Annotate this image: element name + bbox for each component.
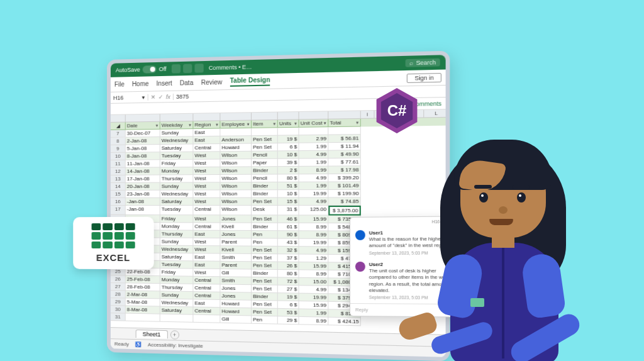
cell[interactable]: Saturday (160, 253, 194, 262)
cell[interactable]: Smith (220, 277, 252, 285)
cell[interactable]: 4.99 (299, 151, 329, 159)
cell[interactable]: $ 199.90 (328, 190, 361, 198)
row-number[interactable]: 15 (111, 191, 126, 198)
cell[interactable]: 37 $ (278, 254, 299, 262)
cell[interactable]: 2-Mar-08 (126, 291, 160, 299)
cell[interactable]: Saturday (160, 198, 194, 206)
cell[interactable]: $ 56.81 (328, 135, 361, 143)
cell[interactable]: Sunday (160, 238, 194, 245)
column-header[interactable] (278, 112, 299, 120)
cell[interactable]: Pen (252, 316, 278, 324)
cell[interactable]: 1.99 (299, 309, 329, 317)
cell[interactable]: 80 $ (278, 174, 299, 182)
sheet-tab[interactable]: Sheet1 (136, 330, 168, 338)
row-number[interactable]: 9 (111, 145, 126, 153)
filter-header[interactable]: Unit Cost▾ (299, 119, 329, 128)
cell[interactable]: 19 $ (278, 135, 299, 143)
cell[interactable]: Kivell (220, 246, 252, 254)
column-header[interactable] (299, 111, 329, 119)
cell[interactable]: 61 $ (278, 223, 299, 231)
cell[interactable]: 23-Jan-08 (126, 191, 160, 198)
cell[interactable]: 4.99 (299, 286, 329, 294)
tab-table-design[interactable]: Table Design (230, 76, 270, 87)
cell[interactable]: Wednesday (160, 246, 194, 254)
row-number[interactable]: 11 (111, 160, 126, 168)
cell[interactable]: 2-Jan-08 (126, 137, 160, 145)
cell[interactable]: Thursday (160, 230, 194, 238)
cell[interactable]: Jones (220, 292, 252, 301)
cell[interactable]: Pen Set (252, 285, 278, 293)
cell[interactable]: 26 $ (278, 262, 299, 270)
cell[interactable]: 19.99 (299, 294, 329, 302)
cell[interactable]: Sunday (160, 129, 194, 137)
cell[interactable]: West (193, 167, 220, 175)
cell[interactable]: East (193, 299, 220, 308)
cell[interactable]: $ 399.20 (328, 174, 361, 182)
cell[interactable]: Wilson (220, 206, 252, 215)
redo-icon[interactable] (194, 64, 203, 73)
cell[interactable]: East (193, 231, 220, 238)
tab-data[interactable]: Data (180, 79, 193, 87)
filter-header[interactable]: Units▾ (278, 119, 299, 128)
cell[interactable]: West (193, 269, 220, 277)
fx-icon[interactable]: fx (166, 93, 170, 99)
cell[interactable]: Wilson (220, 167, 252, 175)
cell[interactable]: Parent (220, 238, 252, 247)
cell[interactable]: Friday (160, 215, 194, 223)
cell[interactable]: 8.99 (299, 223, 329, 231)
cell[interactable] (328, 126, 361, 135)
cell[interactable]: West (193, 215, 220, 223)
cell[interactable]: 14-Jan-08 (126, 167, 160, 175)
cell[interactable]: 72 $ (278, 277, 299, 286)
cell[interactable]: Howard (220, 143, 252, 152)
tab-review[interactable]: Review (201, 79, 223, 86)
cell[interactable]: Central (193, 307, 220, 315)
row-number[interactable]: 29 (111, 298, 126, 306)
cell[interactable]: Paper (252, 159, 278, 167)
cell[interactable]: 1.29 (299, 255, 329, 263)
cell[interactable]: Thursday (160, 284, 194, 292)
cell[interactable]: 46 $ (278, 215, 299, 223)
cell[interactable]: 43 $ (278, 239, 299, 247)
cell[interactable]: 11-Jan-08 (126, 160, 160, 167)
cell[interactable]: Wednesday (160, 191, 194, 198)
cell[interactable]: West (193, 246, 220, 254)
cell[interactable]: Binder (252, 190, 278, 197)
filter-header[interactable]: Employee▾ (220, 121, 252, 129)
cell[interactable]: Wilson (220, 175, 252, 183)
row-number[interactable]: 12 (111, 168, 126, 175)
cell[interactable]: 10 $ (278, 190, 299, 197)
cell[interactable]: Howard (220, 308, 252, 316)
cell[interactable]: Pen Set (252, 262, 278, 270)
row-number[interactable]: 27 (111, 283, 126, 291)
cell[interactable]: Friday (160, 269, 194, 277)
cell[interactable]: West (193, 182, 220, 190)
search-box[interactable]: ⌕ Search (406, 58, 440, 67)
cell[interactable]: 17-Jan-08 (126, 175, 160, 183)
cell[interactable]: Wednesday (160, 136, 194, 145)
cell[interactable]: 15.99 (299, 262, 329, 270)
cell[interactable]: 19.99 (299, 190, 329, 198)
cell[interactable]: 6 $ (278, 143, 299, 152)
cell[interactable]: Tuesday (160, 152, 194, 160)
cell[interactable]: 20-Jan-08 (126, 183, 160, 191)
cell[interactable] (126, 314, 160, 322)
cell[interactable]: Wilson (220, 182, 252, 190)
column-header[interactable] (193, 113, 220, 121)
cell[interactable]: Pen Set (252, 247, 278, 255)
filter-header[interactable]: Date▾ (126, 122, 160, 130)
cell[interactable]: Pen Set (252, 277, 278, 286)
row-number[interactable]: 31 (111, 313, 126, 321)
cell[interactable]: Pen Set (252, 143, 278, 152)
cell[interactable]: Pen (252, 231, 278, 239)
column-header[interactable] (160, 114, 194, 122)
row-number[interactable]: 28 (111, 291, 126, 298)
cell[interactable]: Jones (220, 231, 252, 239)
cell[interactable]: Pen Set (252, 198, 278, 206)
cell[interactable]: $ 74.85 (328, 197, 361, 206)
cell[interactable] (299, 127, 329, 135)
cell[interactable]: 8-Mar-08 (126, 306, 160, 314)
cell[interactable]: Monday (160, 276, 194, 284)
cell[interactable]: West (193, 160, 220, 168)
cell[interactable]: 28-Feb-08 (126, 283, 160, 291)
